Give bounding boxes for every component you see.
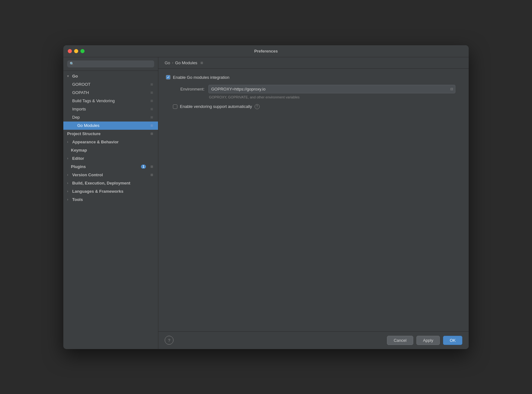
sidebar-item-gopath[interactable]: GOPATH ⊞ <box>63 89 158 97</box>
expand-icon[interactable]: ⊟ <box>448 86 455 92</box>
sidebar-item-label: Plugins <box>71 164 141 169</box>
sidebar-item-build-tags[interactable]: Build Tags & Vendoring ⊞ <box>63 97 158 105</box>
sidebar-item-tools[interactable]: › Tools <box>63 196 158 204</box>
minimize-button[interactable] <box>74 49 78 53</box>
enable-modules-checkbox[interactable] <box>166 75 170 79</box>
settings-icon: ⊞ <box>149 107 154 112</box>
enable-modules-row: Enable Go modules integration <box>166 75 461 80</box>
sidebar-item-plugins[interactable]: Plugins 1 ⊞ <box>63 163 158 171</box>
search-wrapper[interactable]: 🔍 <box>67 60 154 67</box>
breadcrumb-go: Go <box>165 60 170 65</box>
vendoring-help-icon[interactable]: ? <box>255 104 260 109</box>
sidebar-item-label: GOROOT <box>72 82 147 87</box>
sidebar-item-editor[interactable]: › Editor <box>63 154 158 163</box>
sidebar-item-label: Appearance & Behavior <box>72 140 154 144</box>
sidebar-item-label: Keymap <box>71 148 154 153</box>
cancel-button[interactable]: Cancel <box>387 336 413 345</box>
sidebar-item-go[interactable]: ▾ Go <box>63 72 158 80</box>
breadcrumb-go-modules: Go Modules <box>175 60 197 65</box>
sidebar-item-label: Editor <box>72 156 154 161</box>
footer-left: ? <box>165 336 174 345</box>
environment-input-wrapper[interactable]: ⊟ <box>208 85 455 93</box>
vendoring-label[interactable]: Enable vendoring support automatically <box>173 104 252 109</box>
environment-label: Environment: <box>173 87 205 91</box>
title-bar: Preferences <box>63 45 469 57</box>
chevron-right-icon: › <box>67 181 71 185</box>
chevron-right-icon: › <box>67 198 71 201</box>
sidebar-item-label: Version Control <box>72 172 147 177</box>
close-button[interactable] <box>68 49 72 53</box>
settings-icon: ⊞ <box>149 123 154 128</box>
maximize-button[interactable] <box>80 49 85 53</box>
sidebar-item-version-control[interactable]: › Version Control ⊞ <box>63 171 158 179</box>
sidebar-item-appearance[interactable]: › Appearance & Behavior <box>63 138 158 146</box>
sidebar-item-dep[interactable]: Dep ⊞ <box>63 113 158 122</box>
breadcrumb-separator: › <box>172 61 173 65</box>
sidebar-item-label: Go <box>72 74 154 78</box>
sidebar-item-imports[interactable]: Imports ⊞ <box>63 105 158 113</box>
enable-modules-text: Enable Go modules integration <box>173 75 230 80</box>
settings-icon: ⊞ <box>149 115 154 120</box>
chevron-right-icon: › <box>67 190 71 193</box>
breadcrumb-icon: ⊞ <box>200 61 203 65</box>
environment-input[interactable] <box>209 85 448 93</box>
breadcrumb: Go › Go Modules ⊞ <box>158 57 469 69</box>
settings-icon: ⊞ <box>149 172 154 178</box>
search-bar: 🔍 <box>63 57 158 71</box>
vendoring-text: Enable vendoring support automatically <box>180 104 252 109</box>
sidebar-item-go-modules[interactable]: Go Modules ⊞ <box>63 122 158 130</box>
window-title: Preferences <box>254 49 278 53</box>
nav-tree: ▾ Go GOROOT ⊞ GOPATH ⊞ Build Tags & Vend… <box>63 71 158 349</box>
environment-hint: GOPROXY, GOPRIVATE, and other environmen… <box>202 95 461 99</box>
sidebar: 🔍 ▾ Go GOROOT ⊞ GOPATH ⊞ <box>63 57 158 349</box>
sidebar-item-label: Dep <box>72 115 147 120</box>
settings-icon: ⊞ <box>149 98 154 103</box>
sidebar-item-project-structure[interactable]: Project Structure ⊞ <box>63 130 158 138</box>
sidebar-item-label: Tools <box>72 197 154 202</box>
sidebar-item-label: Build Tags & Vendoring <box>72 98 147 103</box>
sidebar-item-label: Languages & Frameworks <box>72 189 154 194</box>
enable-modules-label[interactable]: Enable Go modules integration <box>166 75 230 80</box>
vendoring-row: Enable vendoring support automatically ? <box>166 104 461 109</box>
plugins-badge: 1 <box>141 165 146 169</box>
main-content: 🔍 ▾ Go GOROOT ⊞ GOPATH ⊞ <box>63 57 469 349</box>
settings-icon: ⊞ <box>149 164 154 169</box>
footer: ? Cancel Apply OK <box>158 331 469 349</box>
search-input[interactable] <box>76 62 152 66</box>
settings-icon: ⊞ <box>149 82 154 87</box>
preferences-window: Preferences 🔍 ▾ Go GOROOT ⊞ <box>63 45 469 349</box>
panel-content: Enable Go modules integration Environmen… <box>158 69 469 331</box>
chevron-right-icon: › <box>67 173 71 177</box>
sidebar-item-label: GOPATH <box>72 90 147 95</box>
sidebar-item-build-execution[interactable]: › Build, Execution, Deployment <box>63 179 158 187</box>
sidebar-item-label: Project Structure <box>67 131 147 136</box>
chevron-right-icon: › <box>67 140 71 144</box>
traffic-lights <box>68 49 85 53</box>
chevron-down-icon: ▾ <box>67 74 71 78</box>
right-panel: Go › Go Modules ⊞ Enable Go modules inte… <box>158 57 469 349</box>
environment-row: Environment: ⊟ <box>166 85 461 93</box>
sidebar-item-label: Imports <box>72 107 147 111</box>
ok-button[interactable]: OK <box>443 336 462 345</box>
settings-icon: ⊞ <box>149 90 154 95</box>
sidebar-item-label: Go Modules <box>77 123 147 128</box>
settings-icon: ⊞ <box>149 131 154 136</box>
sidebar-item-goroot[interactable]: GOROOT ⊞ <box>63 80 158 89</box>
sidebar-item-languages[interactable]: › Languages & Frameworks <box>63 187 158 196</box>
vendoring-checkbox[interactable] <box>173 104 177 109</box>
help-button[interactable]: ? <box>165 336 174 345</box>
apply-button[interactable]: Apply <box>416 336 440 345</box>
search-icon: 🔍 <box>70 62 74 66</box>
sidebar-item-label: Build, Execution, Deployment <box>72 181 154 185</box>
chevron-right-icon: › <box>67 157 71 160</box>
sidebar-item-keymap[interactable]: Keymap <box>63 146 158 154</box>
